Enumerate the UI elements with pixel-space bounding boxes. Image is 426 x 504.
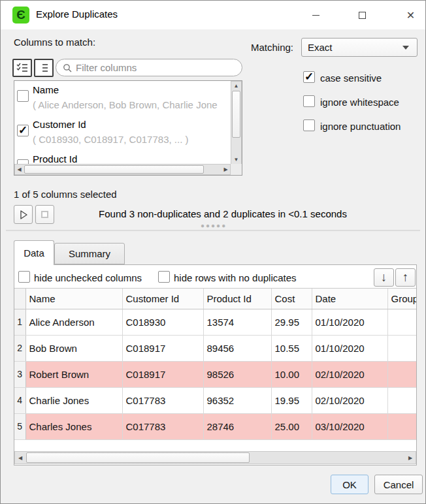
ignore-whitespace-checkbox[interactable] [303,95,315,107]
header-cost[interactable]: Cost [271,289,312,309]
row-number[interactable]: 5 [14,413,25,439]
tab-data[interactable]: Data [14,240,54,265]
scroll-up-icon[interactable]: ▲ [231,82,241,90]
cell-cost[interactable]: 19.95 [271,387,312,413]
matching-dropdown[interactable]: Exact [301,38,418,57]
hscroll-handle[interactable] [24,165,204,174]
hide-rows-no-duplicates-label: hide rows with no duplicates [174,272,297,283]
cell-cost[interactable]: 29.95 [271,309,312,335]
ignore-punctuation-checkbox[interactable] [303,119,315,131]
cell-customer-id[interactable]: C017783 [122,413,203,439]
cell-name[interactable]: Charles Jones [25,413,122,439]
cell-product-id[interactable]: 13574 [203,309,271,335]
header-name[interactable]: Name [25,289,122,309]
arrow-down-icon: ↓ [381,270,387,285]
table-hscrollbar[interactable]: ◀ ▶ [14,451,416,464]
app-logo-icon: Є [12,7,29,24]
header-customer-id[interactable]: Customer Id [122,289,203,309]
columns-list: Name ( Alice Anderson, Bob Brown, Charli… [14,80,242,176]
title-bar: Є Explore Duplicates ✕ [1,1,425,29]
cell-group[interactable] [387,361,416,387]
cell-date[interactable]: 02/10/2020 [312,387,387,413]
column-list-hscrollbar[interactable]: ◀ ▶ [14,164,231,175]
cell-group[interactable] [387,387,416,413]
case-sensitive-checkbox[interactable] [303,71,315,83]
row-number[interactable]: 4 [14,387,25,413]
cell-date[interactable]: 01/10/2020 [312,335,387,361]
column-name-sample: ( Alice Anderson, Bob Brown, Charlie Jon… [33,99,231,110]
cell-product-id[interactable]: 89456 [203,335,271,361]
ok-button[interactable]: OK [331,475,369,494]
cell-product-id[interactable]: 98526 [203,361,271,387]
cell-product-id[interactable]: 28746 [203,413,271,439]
maximize-button[interactable] [347,1,378,29]
check-list-icon [16,63,28,73]
separator-line [6,230,420,231]
cell-cost[interactable]: 10.55 [271,335,312,361]
result-status-text: Found 3 non-duplicates and 2 duplicates … [27,208,419,219]
column-customer-id-checkbox[interactable] [17,125,29,136]
matching-label: Matching: [251,42,293,53]
filter-columns-input[interactable]: Filter columns [56,59,242,76]
scroll-down-icon[interactable]: ▼ [231,155,241,164]
minimize-button[interactable] [301,1,331,29]
row-number[interactable]: 2 [14,335,25,361]
previous-duplicate-button[interactable]: ↑ [395,268,416,287]
table-row: 1 Alice Anderson C018930 13574 29.95 01/… [14,309,416,335]
cell-name[interactable]: Alice Anderson [25,309,122,335]
cancel-button[interactable]: Cancel [374,475,423,494]
maximize-icon [359,12,366,19]
corner-header-cell [14,289,25,309]
header-date[interactable]: Date [312,289,387,309]
hide-rows-no-duplicates-checkbox[interactable] [158,271,170,283]
column-name-label: Name [33,84,59,95]
cell-customer-id[interactable]: C018917 [122,335,203,361]
column-customer-id-label: Customer Id [33,119,86,130]
cell-date[interactable]: 01/10/2020 [312,309,387,335]
explore-duplicates-dialog: Є Explore Duplicates ✕ Columns to match:… [0,0,426,504]
cell-name[interactable]: Robert Brown [25,361,122,387]
tab-data-label: Data [24,247,44,259]
cell-group[interactable] [387,413,416,439]
cell-date[interactable]: 02/10/2020 [312,361,387,387]
cell-name[interactable]: Bob Brown [25,335,122,361]
close-button[interactable]: ✕ [395,1,426,29]
column-list-vscrollbar[interactable]: ▲ ▼ [231,81,242,165]
header-product-id[interactable]: Product Id [203,289,271,309]
tab-summary-label: Summary [69,248,110,259]
next-duplicate-button[interactable]: ↓ [374,268,394,287]
row-number[interactable]: 1 [14,309,25,335]
case-sensitive-label: case sensitive [320,72,382,84]
search-icon [63,63,72,72]
cell-customer-id[interactable]: C018930 [122,309,203,335]
check-all-button[interactable] [12,59,32,77]
scroll-left-icon[interactable]: ◀ [15,452,25,464]
cancel-label: Cancel [384,479,414,490]
table-header-row: Name Customer Id Product Id Cost Date Gr… [14,289,416,309]
column-name-checkbox[interactable] [17,90,29,102]
splitter-handle[interactable]: ●●●●● [201,222,227,229]
cell-cost[interactable]: 10.00 [271,361,312,387]
scroll-right-icon[interactable]: ▶ [221,165,230,174]
vscroll-handle[interactable] [232,91,240,138]
column-product-id-label: Product Id [33,153,77,165]
scroll-left-icon[interactable]: ◀ [15,165,24,174]
cell-group[interactable] [387,335,416,361]
cell-group[interactable] [387,309,416,335]
cell-customer-id[interactable]: C018917 [122,361,203,387]
cell-product-id[interactable]: 96352 [203,387,271,413]
scroll-right-icon[interactable]: ▶ [405,452,416,464]
results-table: Name Customer Id Product Id Cost Date Gr… [14,288,416,451]
table-row: 4 Charlie Jones C017783 96352 19.95 02/1… [14,387,416,413]
uncheck-all-button[interactable] [34,59,54,77]
cell-name[interactable]: Charlie Jones [25,387,122,413]
cell-date[interactable]: 03/10/2020 [312,413,387,439]
cell-cost[interactable]: 25.00 [271,413,312,439]
header-group[interactable]: Group [387,289,416,309]
tab-summary[interactable]: Summary [54,243,125,264]
cell-customer-id[interactable]: C017783 [122,387,203,413]
row-number[interactable]: 3 [14,361,25,387]
table-hscroll-handle[interactable] [26,452,250,463]
hide-unchecked-columns-checkbox[interactable] [18,271,30,283]
scrollbar-corner [231,164,242,175]
